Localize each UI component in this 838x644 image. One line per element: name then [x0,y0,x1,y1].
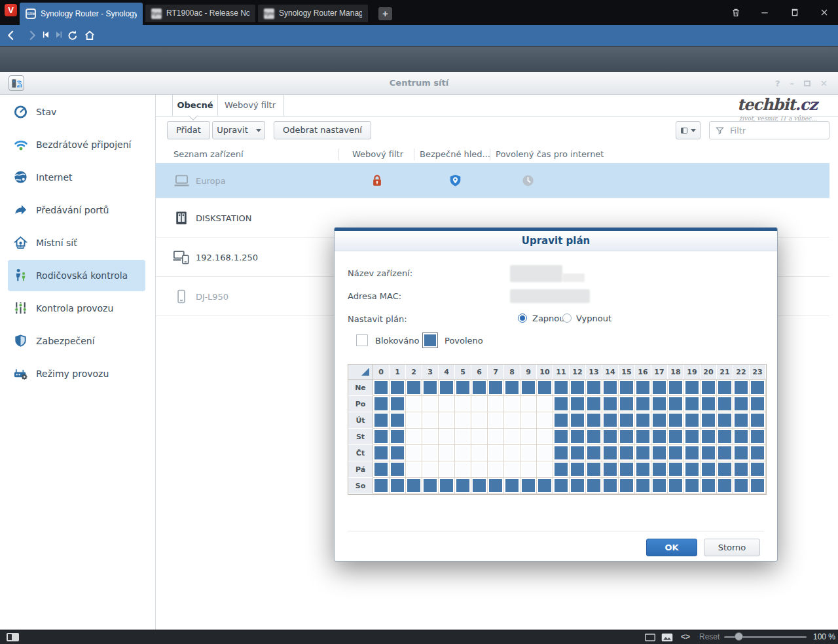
col-device-list[interactable]: Seznam zařízení [173,149,244,159]
schedule-cell[interactable] [520,429,537,445]
col-allowed-time[interactable]: Povolený čas pro internet [496,149,604,159]
sidebar-item-stav[interactable]: Stav [0,96,155,128]
schedule-cell[interactable] [619,380,635,396]
schedule-cell[interactable] [488,396,504,412]
schedule-cell[interactable] [553,412,570,429]
hour-header[interactable]: 13 [586,365,602,380]
sidebar-item-mistni-sit[interactable]: Místní síť [0,226,155,259]
schedule-cell[interactable] [390,478,406,494]
forward-icon[interactable] [26,29,38,41]
edit-button[interactable]: Upravit [212,121,253,139]
schedule-cell[interactable] [504,396,520,412]
schedule-cell[interactable] [406,461,422,478]
schedule-cell[interactable] [635,412,651,429]
schedule-cell[interactable] [471,429,488,445]
schedule-cell[interactable] [668,461,684,478]
sidebar-item-rezimy-provozu[interactable]: Režimy provozu [0,357,155,390]
schedule-cell[interactable] [635,461,651,478]
hour-header[interactable]: 10 [537,365,553,380]
schedule-cell[interactable] [750,412,766,429]
schedule-cell[interactable] [586,412,602,429]
schedule-cell[interactable] [520,478,537,494]
schedule-cell[interactable] [619,478,635,494]
schedule-cell[interactable] [488,445,504,461]
schedule-cell[interactable] [602,412,619,429]
schedule-cell[interactable] [701,429,717,445]
filter-input[interactable] [729,125,824,136]
day-header[interactable]: So [348,478,373,494]
schedule-cell[interactable] [717,478,733,494]
schedule-cell[interactable] [602,461,619,478]
schedule-cell[interactable] [570,396,586,412]
schedule-cell[interactable] [504,478,520,494]
schedule-cell[interactable] [504,445,520,461]
schedule-cell[interactable] [439,396,455,412]
schedule-cell[interactable] [651,396,668,412]
schedule-cell[interactable] [406,445,422,461]
schedule-cell[interactable] [471,412,488,429]
schedule-cell[interactable] [406,429,422,445]
schedule-cell[interactable] [553,478,570,494]
schedule-cell[interactable] [488,380,504,396]
radio-disable[interactable] [562,313,572,323]
device-row-europa[interactable]: Europa [156,163,829,198]
schedule-cell[interactable] [570,461,586,478]
schedule-cell[interactable] [635,429,651,445]
schedule-cell[interactable] [570,429,586,445]
panel-toggle-icon[interactable] [7,633,19,641]
schedule-cell[interactable] [439,445,455,461]
schedule-cell[interactable] [717,429,733,445]
schedule-cell[interactable] [602,396,619,412]
window-help-button[interactable]: ? [775,79,780,88]
hour-header[interactable]: 5 [455,365,471,380]
hour-header[interactable]: 8 [504,365,520,380]
column-view-button[interactable] [676,121,701,139]
hour-header[interactable]: 17 [651,365,668,380]
schedule-cell[interactable] [750,445,766,461]
schedule-cell[interactable] [488,429,504,445]
sidebar-item-kontrola-provozu[interactable]: Kontrola provozu [0,292,155,325]
schedule-cell[interactable] [717,412,733,429]
schedule-cell[interactable] [668,412,684,429]
schedule-cell[interactable] [553,461,570,478]
schedule-cell[interactable] [701,461,717,478]
hour-header[interactable]: 12 [570,365,586,380]
schedule-cell[interactable] [570,478,586,494]
sidebar-item-internet[interactable]: Internet [0,161,155,194]
select-all-corner[interactable] [348,365,373,380]
radio-disable-label[interactable]: Vypnout [576,313,611,323]
schedule-cell[interactable] [455,461,471,478]
schedule-cell[interactable] [668,478,684,494]
add-button[interactable]: Přidat [167,121,210,139]
hour-header[interactable]: 21 [717,365,733,380]
schedule-cell[interactable] [701,445,717,461]
vivaldi-logo-icon[interactable]: V [5,4,17,16]
fast-forward-icon[interactable] [54,29,64,41]
schedule-cell[interactable] [373,461,390,478]
back-icon[interactable] [5,29,17,41]
schedule-cell[interactable] [390,380,406,396]
schedule-cell[interactable] [439,429,455,445]
hour-header[interactable]: 11 [553,365,570,380]
schedule-cell[interactable] [390,396,406,412]
sidebar-item-predavani-portu[interactable]: Předávání portů [0,194,155,226]
reload-icon[interactable] [67,29,79,41]
schedule-cell[interactable] [390,461,406,478]
schedule-cell[interactable] [635,445,651,461]
schedule-cell[interactable] [422,461,439,478]
hour-header[interactable]: 7 [488,365,504,380]
window-minimize-button[interactable]: – [790,79,795,88]
schedule-cell[interactable] [422,429,439,445]
schedule-cell[interactable] [668,380,684,396]
schedule-cell[interactable] [537,396,553,412]
schedule-cell[interactable] [684,445,701,461]
schedule-cell[interactable] [520,380,537,396]
day-header[interactable]: St [348,429,373,445]
day-header[interactable]: Čt [348,445,373,461]
schedule-cell[interactable] [439,380,455,396]
schedule-cell[interactable] [717,380,733,396]
schedule-cell[interactable] [471,396,488,412]
browser-tab-1[interactable]: SRMSynology Router - Synology [20,3,143,25]
schedule-cell[interactable] [619,412,635,429]
schedule-cell[interactable] [619,445,635,461]
